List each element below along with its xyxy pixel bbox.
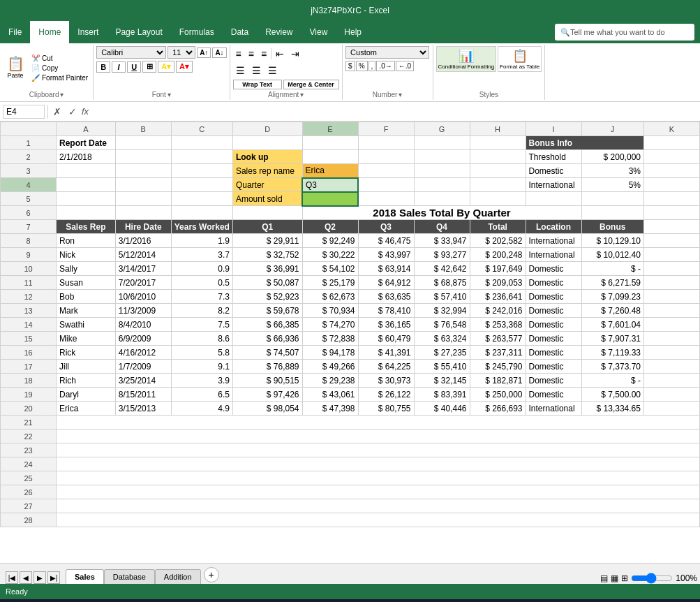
col-header-k[interactable]: K: [643, 122, 699, 136]
cell-i7[interactable]: Location: [526, 220, 581, 234]
cell-j7[interactable]: Bonus: [581, 220, 643, 234]
cell-i18[interactable]: Domestic: [526, 374, 581, 388]
cell-c9[interactable]: 3.7: [171, 248, 232, 262]
bold-button[interactable]: B: [96, 61, 110, 73]
cell-b19[interactable]: 8/15/2011: [115, 388, 171, 402]
cell-a3[interactable]: [57, 164, 116, 178]
cell-d7[interactable]: Q1: [232, 220, 302, 234]
add-sheet-button[interactable]: +: [204, 567, 219, 582]
cell-b11[interactable]: 7/20/2017: [115, 276, 171, 290]
font-size-select[interactable]: 11: [167, 46, 195, 59]
cell-b5[interactable]: [115, 192, 171, 206]
cell-g3[interactable]: [414, 164, 470, 178]
cell-j6[interactable]: [581, 206, 643, 220]
empty-row-24[interactable]: [57, 457, 700, 471]
cell-k5[interactable]: [643, 192, 699, 206]
cell-k2[interactable]: [643, 150, 699, 164]
cell-i5[interactable]: [526, 192, 581, 206]
cell-k12[interactable]: [643, 290, 699, 304]
cell-k10[interactable]: [643, 262, 699, 276]
cell-k4[interactable]: [643, 178, 699, 192]
cell-k9[interactable]: [643, 248, 699, 262]
sheet-nav-next-button[interactable]: ▶: [33, 571, 46, 584]
cell-b3[interactable]: [115, 164, 171, 178]
cell-h12[interactable]: $ 236,641: [470, 290, 526, 304]
menu-data[interactable]: Data: [223, 21, 257, 43]
cell-a16[interactable]: Rick: [57, 346, 116, 360]
cell-g9[interactable]: $ 93,277: [414, 248, 470, 262]
cell-f18[interactable]: $ 30,973: [358, 374, 414, 388]
sheet-nav-prev-button[interactable]: ◀: [20, 571, 32, 584]
cell-k1[interactable]: [643, 136, 699, 150]
font-family-select[interactable]: Calibri: [96, 46, 166, 59]
cell-f15[interactable]: $ 60,479: [358, 332, 414, 346]
sheet-nav-first-button[interactable]: |◀: [6, 571, 18, 584]
cell-i12[interactable]: Domestic: [526, 290, 581, 304]
cell-g8[interactable]: $ 33,947: [414, 234, 470, 248]
cell-i20[interactable]: International: [526, 402, 581, 416]
page-break-view-button[interactable]: ⊞: [621, 573, 628, 583]
align-right-top-button[interactable]: ≡: [258, 46, 269, 61]
menu-formulas[interactable]: Formulas: [171, 21, 223, 43]
cell-c10[interactable]: 0.9: [171, 262, 232, 276]
menu-review[interactable]: Review: [257, 21, 301, 43]
col-header-f[interactable]: F: [358, 122, 414, 136]
col-header-a[interactable]: A: [57, 122, 116, 136]
cell-h2[interactable]: [470, 150, 526, 164]
cell-a7[interactable]: Sales Rep: [57, 220, 116, 234]
cell-g1[interactable]: [414, 136, 470, 150]
cell-b10[interactable]: 3/14/2017: [115, 262, 171, 276]
cell-b4[interactable]: [115, 178, 171, 192]
cell-e17[interactable]: $ 49,266: [302, 360, 358, 374]
cell-b12[interactable]: 10/6/2010: [115, 290, 171, 304]
cell-e12[interactable]: $ 62,673: [302, 290, 358, 304]
cell-i16[interactable]: Domestic: [526, 346, 581, 360]
align-right-button[interactable]: ☰: [265, 63, 280, 78]
cell-c11[interactable]: 0.5: [171, 276, 232, 290]
font-expand-icon[interactable]: ▾: [167, 91, 171, 98]
cell-k17[interactable]: [643, 360, 699, 374]
cell-k18[interactable]: [643, 374, 699, 388]
menu-pagelayout[interactable]: Page Layout: [107, 21, 170, 43]
wrap-text-button[interactable]: Wrap Text: [233, 80, 282, 89]
cell-a20[interactable]: Erica: [57, 402, 116, 416]
cell-j8[interactable]: $ 10,129.10: [581, 234, 643, 248]
cell-a1[interactable]: Report Date: [57, 136, 116, 150]
cell-d17[interactable]: $ 76,889: [232, 360, 302, 374]
cell-j3[interactable]: 3%: [581, 164, 643, 178]
border-button[interactable]: ⊞: [142, 61, 156, 73]
cell-h16[interactable]: $ 237,311: [470, 346, 526, 360]
number-expand-icon[interactable]: ▾: [399, 91, 402, 98]
cell-b8[interactable]: 3/1/2016: [115, 234, 171, 248]
cell-f20[interactable]: $ 80,755: [358, 402, 414, 416]
cell-f8[interactable]: $ 46,475: [358, 234, 414, 248]
cell-d20[interactable]: $ 98,054: [232, 402, 302, 416]
cell-h9[interactable]: $ 200,248: [470, 248, 526, 262]
cell-c20[interactable]: 4.9: [171, 402, 232, 416]
cell-d4[interactable]: Quarter: [232, 178, 302, 192]
cell-c6[interactable]: [171, 206, 232, 220]
underline-button[interactable]: U: [127, 61, 141, 73]
col-header-d[interactable]: D: [232, 122, 302, 136]
menu-file[interactable]: File: [0, 21, 30, 43]
cell-d13[interactable]: $ 59,678: [232, 304, 302, 318]
cell-g18[interactable]: $ 32,145: [414, 374, 470, 388]
cell-c7[interactable]: Years Worked: [171, 220, 232, 234]
empty-row-23[interactable]: [57, 443, 700, 457]
cell-e16[interactable]: $ 94,178: [302, 346, 358, 360]
cell-e19[interactable]: $ 43,061: [302, 388, 358, 402]
cell-b7[interactable]: Hire Date: [115, 220, 171, 234]
menu-home[interactable]: Home: [30, 21, 69, 43]
cell-e2[interactable]: [302, 150, 358, 164]
cell-j11[interactable]: $ 6,271.59: [581, 276, 643, 290]
cell-i14[interactable]: Domestic: [526, 318, 581, 332]
paste-button[interactable]: 📋 Paste: [3, 55, 28, 80]
col-header-c[interactable]: C: [171, 122, 232, 136]
cell-j4[interactable]: 5%: [581, 178, 643, 192]
cell-d16[interactable]: $ 74,507: [232, 346, 302, 360]
empty-row-26[interactable]: [57, 485, 700, 499]
cell-k14[interactable]: [643, 318, 699, 332]
cell-g15[interactable]: $ 63,324: [414, 332, 470, 346]
cell-j17[interactable]: $ 7,373.70: [581, 360, 643, 374]
cell-e7[interactable]: Q2: [302, 220, 358, 234]
